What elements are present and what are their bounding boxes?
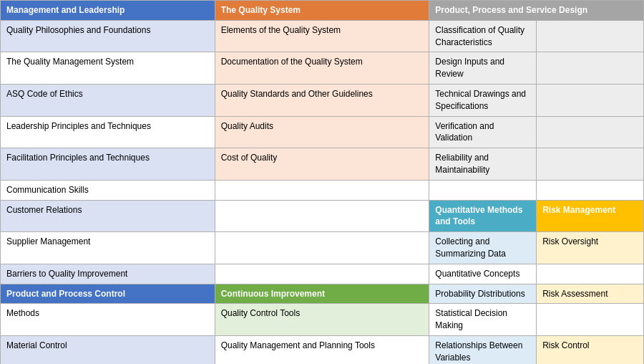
risk-item-3: Risk Control [537,335,644,364]
pps-spacer-1b [537,180,644,200]
qs-item-5: Cost of Quality [215,148,429,181]
header-product-process-control: Product and Process Control [1,284,215,304]
qs-item-4: Quality Audits [215,116,429,148]
pps-empty-4 [537,116,644,148]
quant-item-4: Statistical Decision Making [429,304,537,336]
pps-empty-5 [537,148,644,181]
pps-item-3: Technical Drawings and Specifications [429,84,537,116]
pps-item-1: Classification of Quality Characteristic… [429,20,537,52]
pps-item-4: Verification and Validation [429,116,537,148]
header-quantitative: Quantitative Methods and Tools [429,200,537,232]
ci-item-2: Quality Management and Planning Tools [215,335,429,364]
quant-item-2: Quantitative Concepts [429,264,537,284]
qs-item-1: Elements of the Quality System [215,20,429,52]
pps-empty-2 [537,52,644,85]
qs-item-2: Documentation of the Quality System [215,52,429,85]
header-product-process-service: Product, Process and Service Design [429,1,644,21]
mgmt-item-7: Customer Relations [1,200,215,232]
mgmt-item-4: Leadership Principles and Techniques [1,116,215,148]
qs-empty-2 [215,200,429,232]
header-management: Management and Leadership [1,1,215,21]
mgmt-item-3: ASQ Code of Ethics [1,84,215,116]
risk-item-1: Risk Oversight [537,232,644,264]
mgmt-item-9: Barriers to Quality Improvement [1,264,215,284]
quant-item-3: Probability Distributions [429,284,537,304]
risk-item-2: Risk Assessment [537,284,644,304]
pps-empty-1 [537,20,644,52]
header-quality-system: The Quality System [215,1,429,21]
qs-empty-3 [215,232,429,264]
risk-empty-1 [537,264,644,284]
mgmt-item-2: The Quality Management System [1,52,215,85]
quant-item-1: Collecting and Summarizing Data [429,232,537,264]
mgmt-item-6: Communication Skills [1,180,215,200]
qs-empty-1 [215,180,429,200]
ppc-item-2: Material Control [1,335,215,364]
pps-item-2: Design Inputs and Review [429,52,537,85]
ci-item-1: Quality Control Tools [215,304,429,336]
header-continuous-improvement: Continuous Improvement [215,284,429,304]
pps-empty-3 [537,84,644,116]
pps-spacer-1 [429,180,537,200]
ppc-item-1: Methods [1,304,215,336]
qs-item-3: Quality Standards and Other Guidelines [215,84,429,116]
qs-empty-4 [215,264,429,284]
header-risk: Risk Management [537,200,644,232]
main-table: Management and Leadership The Quality Sy… [0,0,644,364]
quant-item-5: Relationships Between Variables [429,335,537,364]
mgmt-item-5: Facilitation Principles and Techniques [1,148,215,181]
pps-item-5: Reliability and Maintainability [429,148,537,181]
risk-empty-2 [537,304,644,336]
mgmt-item-8: Supplier Management [1,232,215,264]
mgmt-item-1: Quality Philosophies and Foundations [1,20,215,52]
